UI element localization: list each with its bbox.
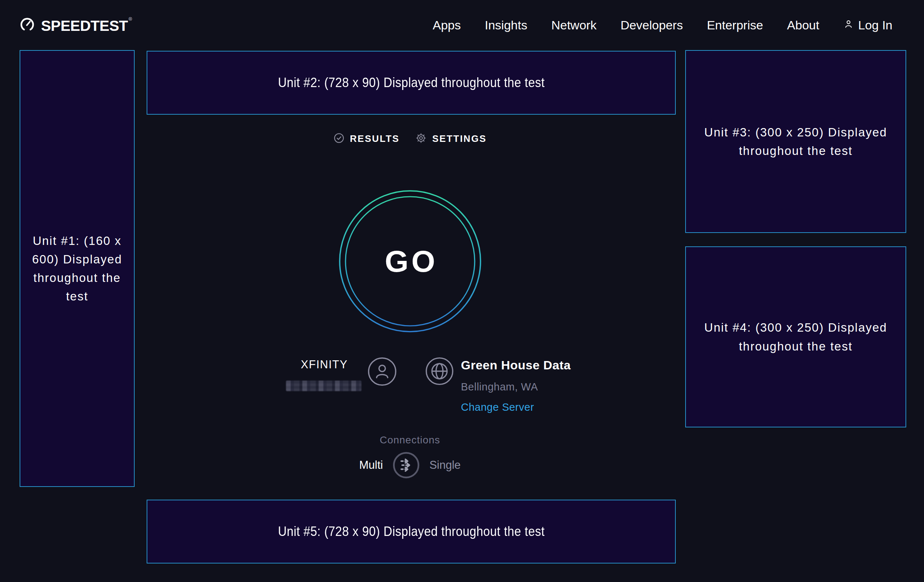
change-server-link[interactable]: Change Server [461, 401, 571, 413]
connections-toggle-row: Multi Single [359, 452, 461, 478]
logo-text: SPEEDTEST [41, 17, 128, 34]
login-button[interactable]: Log In [843, 18, 893, 32]
main-nav: Apps Insights Network Developers Enterpr… [432, 0, 893, 50]
nav-item-insights[interactable]: Insights [485, 18, 527, 32]
user-icon [843, 18, 854, 32]
gauge-icon [19, 17, 35, 33]
ad-unit-3-rectangle[interactable]: Unit #3: (300 x 250) Displayed throughou… [685, 50, 906, 233]
top-navbar: SPEEDTEST® Apps Insights Network Develop… [0, 0, 924, 50]
isp-name: XFINITY [287, 358, 361, 371]
gear-icon [416, 132, 427, 145]
logo-trademark: ® [129, 16, 132, 22]
connections-toggle-icon[interactable] [393, 452, 419, 478]
logo-wordmark: SPEEDTEST® [41, 16, 132, 35]
connections-multi-label[interactable]: Multi [359, 458, 383, 472]
login-label: Log In [858, 18, 893, 32]
nav-item-enterprise[interactable]: Enterprise [707, 18, 763, 32]
server-info: Green House Data Bellingham, WA Change S… [461, 358, 571, 413]
test-area: RESULTS SETTINGS [135, 50, 685, 580]
go-button[interactable]: GO [338, 189, 483, 334]
tab-settings-label: SETTINGS [432, 133, 487, 144]
ad-unit-1-text: Unit #1: (160 x 600) Displayed throughou… [30, 231, 124, 306]
isp-user-icon [368, 357, 397, 387]
tab-settings[interactable]: SETTINGS [416, 132, 487, 145]
server-name: Green House Data [461, 358, 571, 372]
tab-results[interactable]: RESULTS [333, 132, 399, 145]
nav-item-about[interactable]: About [787, 18, 820, 32]
server-globe-icon [425, 357, 454, 387]
speedtest-page: SPEEDTEST® Apps Insights Network Develop… [0, 0, 924, 582]
speedtest-logo[interactable]: SPEEDTEST® [19, 0, 132, 50]
ad-unit-4-text: Unit #4: (300 x 250) Displayed throughou… [695, 318, 896, 355]
obscured-ip-address [286, 381, 361, 391]
go-button-label: GO [338, 189, 483, 334]
ad-unit-1-skyscraper[interactable]: Unit #1: (160 x 600) Displayed throughou… [20, 50, 135, 487]
nav-item-network[interactable]: Network [551, 18, 597, 32]
ad-unit-4-rectangle[interactable]: Unit #4: (300 x 250) Displayed throughou… [685, 246, 906, 427]
check-circle-icon [333, 132, 345, 145]
tabs-row: RESULTS SETTINGS [333, 132, 487, 145]
connections-label: Connections [380, 434, 440, 446]
server-location: Bellingham, WA [461, 381, 571, 393]
tab-results-label: RESULTS [350, 133, 399, 144]
nav-item-apps[interactable]: Apps [432, 18, 461, 32]
nav-item-developers[interactable]: Developers [620, 18, 683, 32]
ad-unit-3-text: Unit #3: (300 x 250) Displayed throughou… [695, 123, 896, 160]
connections-single-label[interactable]: Single [429, 458, 460, 472]
